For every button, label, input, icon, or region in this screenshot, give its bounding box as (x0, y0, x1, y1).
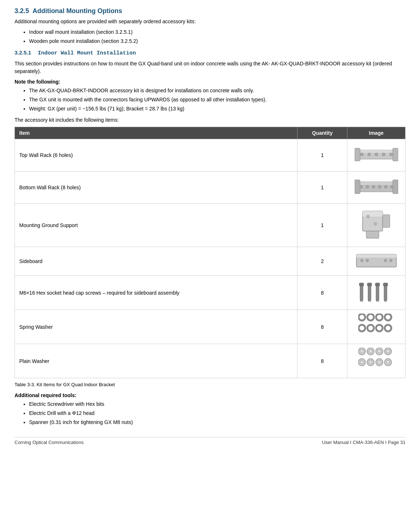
svg-rect-20 (363, 211, 383, 217)
table-row: Spring Washer8 (15, 310, 405, 344)
item-cell: M6×16 Hex socket head cap screws – requi… (15, 276, 298, 310)
col-item: Item (15, 127, 298, 139)
svg-point-61 (360, 361, 363, 364)
svg-point-48 (359, 325, 365, 331)
svg-point-3 (368, 153, 371, 156)
tools-bullets: Electric Screwdriver with Hex bits Elect… (29, 400, 405, 426)
svg-point-14 (378, 185, 381, 188)
svg-point-55 (369, 350, 372, 353)
svg-point-45 (367, 314, 374, 320)
svg-point-65 (378, 361, 381, 364)
img-cell (347, 139, 405, 171)
svg-rect-22 (366, 231, 379, 238)
tool-bullet: Electric Drill with a Φ12 head (29, 409, 405, 417)
item-cell: Plain Washer (15, 344, 298, 378)
qty-cell: 1 (298, 139, 347, 171)
table-row: Sideboard2 (15, 247, 405, 276)
svg-point-5 (382, 153, 385, 156)
item-cell: Top Wall Rack (6 holes) (15, 139, 298, 171)
note-bullet: The AK-GX-QUAD-BRKT-INDOOR accessory kit… (29, 87, 405, 94)
note-heading: Note the following: (15, 79, 405, 85)
kit-table: Item Quantity Image Top Wall Rack (6 hol… (15, 127, 405, 378)
svg-point-44 (359, 314, 365, 320)
img-cell (347, 310, 405, 344)
img-cell (347, 276, 405, 310)
qty-cell: 1 (298, 171, 347, 204)
svg-point-30 (389, 259, 392, 262)
svg-point-6 (389, 153, 392, 156)
section-bullets: Indoor wall mount installation (section … (29, 28, 405, 45)
svg-rect-17 (355, 180, 360, 194)
qty-cell: 8 (298, 310, 347, 344)
bullet-item: Wooden pole mount installation (section … (29, 37, 405, 45)
section-heading: 3.2.5 Additional Mounting Options (15, 7, 405, 15)
svg-rect-7 (355, 148, 360, 161)
bullet-item: Indoor wall mount installation (section … (29, 28, 405, 36)
table-row: Mounting Ground Support1 (15, 204, 405, 247)
table-row: Plain Washer8 (15, 344, 405, 378)
section-title-text: Additional Mounting Options (32, 7, 122, 15)
section-intro: Additional mounting options are provided… (15, 18, 405, 25)
note-bullets: The AK-GX-QUAD-BRKT-INDOOR accessory kit… (29, 87, 405, 113)
item-cell: Mounting Ground Support (15, 204, 298, 247)
svg-point-50 (376, 325, 383, 331)
img-cell (347, 247, 405, 276)
svg-point-49 (367, 325, 374, 331)
svg-rect-21 (383, 215, 390, 227)
svg-rect-18 (393, 180, 398, 194)
col-quantity: Quantity (298, 127, 347, 139)
note-bullet: Weight: GX (per unit) = ~156.5 lbs (71 k… (29, 105, 405, 113)
svg-point-46 (376, 314, 383, 320)
qty-cell: 1 (298, 204, 347, 247)
img-cell (347, 344, 405, 378)
img-cell (347, 171, 405, 204)
svg-rect-1 (356, 150, 396, 153)
svg-rect-42 (383, 283, 388, 286)
item-cell: Sideboard (15, 247, 298, 276)
svg-point-67 (387, 361, 389, 364)
footer-left: Corning Optical Communications (15, 440, 84, 445)
qty-cell: 8 (298, 344, 347, 378)
svg-point-59 (387, 350, 389, 353)
subsection-heading: 3.2.5.1 Indoor Wall Mount Installation (15, 49, 405, 56)
svg-point-29 (384, 259, 387, 262)
table-row: M6×16 Hex socket head cap screws – requi… (15, 276, 405, 310)
svg-rect-10 (356, 182, 396, 185)
table-caption: Table 3-3. Kit Items for GX Quad Indoor … (15, 382, 405, 387)
tools-heading: Additional required tools: (15, 392, 405, 398)
svg-point-13 (372, 185, 375, 188)
table-row: Top Wall Rack (6 holes)1 (15, 139, 405, 171)
qty-cell: 8 (298, 276, 347, 310)
svg-rect-36 (367, 283, 372, 286)
svg-point-28 (366, 259, 368, 262)
note-bullet: The GX unit is mounted with the connecto… (29, 96, 405, 104)
svg-rect-26 (356, 254, 396, 258)
svg-point-63 (369, 361, 372, 364)
tool-bullet: Spanner (0.31 inch for tightening GX M8 … (29, 419, 405, 426)
svg-point-2 (360, 153, 363, 156)
col-image: Image (347, 127, 405, 139)
svg-point-57 (378, 350, 381, 353)
svg-point-4 (375, 153, 378, 156)
svg-rect-39 (375, 283, 380, 286)
svg-point-24 (374, 222, 377, 225)
svg-point-53 (360, 350, 363, 353)
footer-right: User Manual I CMA-336-AEN I Page 31 (322, 440, 405, 445)
svg-point-47 (385, 314, 391, 320)
item-cell: Spring Washer (15, 310, 298, 344)
qty-cell: 2 (298, 247, 347, 276)
table-row: Bottom Wall Rack (8 holes)1 (15, 171, 405, 204)
table-intro: The accessory kit includes the following… (15, 116, 405, 124)
svg-point-27 (360, 259, 363, 262)
svg-point-12 (366, 185, 369, 188)
subsection-description: This section provides instructions on ho… (15, 60, 405, 75)
page-footer: Corning Optical Communications User Manu… (15, 437, 405, 445)
svg-rect-8 (393, 148, 398, 161)
svg-point-15 (384, 185, 387, 188)
svg-point-51 (385, 325, 391, 331)
img-cell (347, 204, 405, 247)
subsection-number: 3.2.5.1 (15, 49, 31, 56)
subsection-title-text: Indoor Wall Mount Installation (38, 50, 136, 56)
svg-point-23 (367, 215, 369, 218)
item-cell: Bottom Wall Rack (8 holes) (15, 171, 298, 204)
